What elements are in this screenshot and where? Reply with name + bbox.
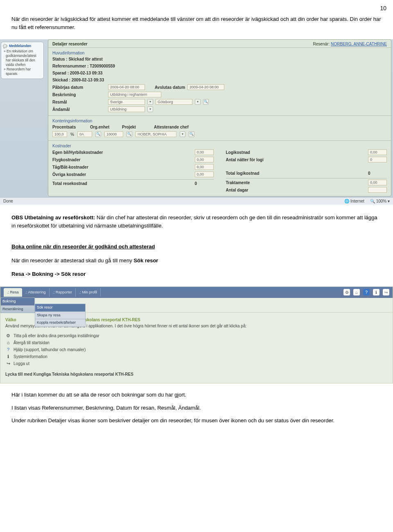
chef-select[interactable]: HOBER, SOPHIA bbox=[136, 131, 176, 137]
status-done: Done bbox=[3, 198, 13, 204]
welcome-prefix: Välko bbox=[5, 318, 16, 322]
accounting-section: Konteringsinformation Procentsats Org.en… bbox=[48, 115, 391, 140]
total-lodging-label: Total logikostnad bbox=[226, 171, 260, 176]
sok-resor-strong: Sök resor bbox=[133, 257, 158, 264]
chevron-down-icon[interactable]: ▾ bbox=[180, 131, 185, 137]
dropdown-area: Bokning Reseräkning Sök resor Skapa ny r… bbox=[0, 298, 393, 313]
traveler-name-link[interactable]: NORBERG, ANNE-CATHRINE bbox=[331, 42, 387, 46]
action-list: ⚙Titta på eller ändra dina personliga in… bbox=[5, 332, 387, 367]
messages-panel: 💬 Meddelanden » En rekvisition om godkän… bbox=[1, 42, 44, 79]
sent-label: Skickad : 2009-02-13 09:33 bbox=[52, 77, 106, 83]
total-lodging-value: 0 bbox=[368, 171, 387, 176]
days-input[interactable] bbox=[368, 187, 387, 193]
lodging-input[interactable]: 0,00 bbox=[368, 149, 387, 155]
help-icon: ? bbox=[5, 347, 11, 353]
flight-label: Flygkostnader bbox=[52, 157, 80, 162]
ref-label: Referensnummer : T2009000559 bbox=[52, 63, 115, 69]
section2-line: När din reseorder är attesterad skall du… bbox=[0, 256, 393, 270]
other-input[interactable]: 0,00 bbox=[195, 171, 214, 177]
section-label: Huvudinformation bbox=[52, 50, 387, 56]
costs-section: Kostnader Egen bil/Hyrbilskostnader0,00 … bbox=[48, 140, 391, 196]
submenu-sok-resor[interactable]: Sök resor bbox=[35, 304, 86, 312]
chevron-down-icon[interactable]: ▾ bbox=[147, 99, 153, 105]
details-panel: Detaljer reseorder Resenär: NORBERG, ANN… bbox=[48, 39, 391, 196]
saved-value: 2009-02-13 09:33 bbox=[70, 71, 103, 75]
traveler-label-text: Resenär: bbox=[313, 42, 330, 46]
main-info-section: Huvudinformation Status : Skickad för at… bbox=[48, 47, 391, 115]
zoom-level[interactable]: 🔍 100% ▾ bbox=[370, 198, 390, 204]
chevron-down-icon[interactable]: ▾ bbox=[147, 106, 153, 112]
browser-statusbar: Done 🌐 Internet 🔍 100% ▾ bbox=[0, 197, 393, 205]
nights-input[interactable]: 0 bbox=[368, 157, 387, 162]
message-item: » En rekvisition om godkännande/attest h… bbox=[3, 49, 42, 67]
tab-rapporter[interactable]: .: Rapporter bbox=[50, 288, 76, 297]
obs-paragraph: OBS Utbetalning av reseförskott: När din… bbox=[0, 213, 393, 234]
screenshot-menu: .: Resa .: Attestering .: Rapporter .: M… bbox=[0, 286, 393, 384]
search-icon[interactable]: 🔍 bbox=[189, 131, 194, 137]
outro2: I listan visas Referensnummer, Beskrivni… bbox=[0, 404, 393, 417]
flight-input[interactable]: 0,00 bbox=[195, 157, 214, 162]
zone-internet: 🌐 Internet bbox=[344, 198, 364, 204]
destination-city-select[interactable]: Göteborg bbox=[156, 99, 192, 105]
end-date-input[interactable]: 2009-04-20 08:00 bbox=[187, 84, 224, 90]
tab-min-profil[interactable]: .: Min profil bbox=[76, 288, 101, 297]
end-date-label: Avslutas datum bbox=[155, 85, 185, 90]
action-help: ?Hjälp (support, lathundar och manualer) bbox=[5, 346, 387, 353]
percent-input[interactable]: 100,0 bbox=[52, 131, 67, 137]
action-settings: ⚙Titta på eller ändra dina personliga in… bbox=[5, 332, 387, 339]
home-icon[interactable]: ⌂ bbox=[353, 289, 360, 295]
description-input[interactable]: Utbildning i reghantern bbox=[108, 92, 161, 97]
search-icon[interactable]: 🔍 bbox=[203, 99, 209, 105]
dropdown-reserakning[interactable]: Reseräkning bbox=[0, 306, 35, 313]
submenu-koppla-resebekraftelser[interactable]: Koppla resebekräftelser bbox=[35, 319, 86, 327]
tab-resa[interactable]: .: Resa bbox=[4, 288, 22, 297]
own-car-label: Egen bil/Hyrbilskostnader bbox=[52, 150, 103, 155]
allowance-label: Traktamente bbox=[226, 180, 250, 185]
destination-country-select[interactable]: Sverige bbox=[108, 99, 145, 105]
action-label: Logga ut bbox=[14, 361, 29, 367]
screenshot-detaljer-reseorder: 💬 Meddelanden » En rekvisition om godkän… bbox=[0, 39, 393, 205]
submenu-skapa-ny-resa[interactable]: Skapa ny resa bbox=[35, 312, 86, 320]
own-car-input[interactable]: 0,00 bbox=[195, 149, 214, 155]
lodging-label: Logikostnad bbox=[226, 150, 250, 155]
start-date-input[interactable]: 2009-04-20 08:00 bbox=[108, 84, 145, 90]
total-travel-label: Total resekostnad bbox=[52, 181, 87, 186]
dropdown-bokning[interactable]: Bokning bbox=[0, 298, 35, 306]
page-number: 10 bbox=[0, 0, 393, 14]
help-icon[interactable]: ? bbox=[363, 289, 370, 295]
traveler-label: Resenär: NORBERG, ANNE-CATHRINE bbox=[313, 41, 387, 47]
section-label: Konteringsinformation bbox=[52, 118, 387, 124]
logout-icon: ↪ bbox=[5, 361, 11, 367]
outro1: Här i listan kommer du att se alla de re… bbox=[0, 390, 393, 404]
intro-paragraph: När din reseorder är ivägskickad för att… bbox=[0, 14, 393, 36]
project-input[interactable]: 10000 bbox=[104, 131, 123, 137]
chevron-down-icon[interactable]: ▾ bbox=[195, 99, 201, 105]
message-item: » Reseordern har sparats. bbox=[3, 67, 42, 76]
info-icon[interactable]: ℹ bbox=[373, 289, 379, 295]
breadcrumb-path: Resa -> Bokning -> Sök resor bbox=[11, 271, 86, 277]
settings-icon: ⚙ bbox=[5, 333, 11, 339]
train-label: Tåg/Båt-kostnader bbox=[52, 165, 88, 170]
search-icon[interactable]: 🔍 bbox=[95, 131, 101, 137]
messages-header: Meddelanden bbox=[9, 44, 31, 49]
description-label: Beskrivning bbox=[52, 92, 106, 97]
section-label: Kostnader bbox=[52, 143, 387, 149]
train-input[interactable]: 0,00 bbox=[195, 164, 214, 170]
org-input[interactable]: 0A bbox=[77, 131, 92, 137]
search-icon[interactable]: 🔍 bbox=[126, 131, 132, 137]
chef-label: Attesterande chef bbox=[154, 124, 188, 130]
purpose-select[interactable]: Utbildning bbox=[108, 106, 145, 112]
saved-label: Sparad : 2009-02-13 09:33 bbox=[52, 70, 106, 76]
tab-attestering[interactable]: .: Attestering bbox=[22, 288, 50, 297]
org-label: Org.enhet bbox=[90, 124, 114, 130]
action-sysinfo: ℹSysteminformation bbox=[5, 353, 387, 360]
settings-icon[interactable]: ⚙ bbox=[343, 289, 350, 295]
destination-label: Resmål bbox=[52, 99, 106, 105]
purpose-label: Ändamål bbox=[52, 107, 106, 112]
action-label: Titta på eller ändra dina personliga ins… bbox=[14, 333, 99, 339]
action-logout: ↪Logga ut bbox=[5, 360, 387, 367]
allowance-input[interactable]: 0,00 bbox=[368, 180, 387, 185]
logout-icon[interactable]: ↪ bbox=[383, 289, 389, 295]
sent-value: 2009-02-13 09:33 bbox=[72, 78, 104, 82]
status-value: Skickad för attest bbox=[68, 57, 102, 61]
